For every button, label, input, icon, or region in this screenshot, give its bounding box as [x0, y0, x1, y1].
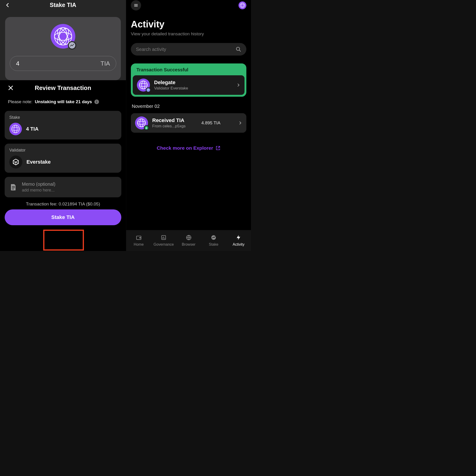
search-icon — [236, 47, 241, 52]
received-amount: 4.895 TIA — [201, 120, 220, 125]
received-badge-icon — [144, 125, 149, 130]
svg-point-13 — [240, 4, 245, 6]
note-bold: Unstaking will take 21 days — [35, 99, 92, 104]
stake-confirm-button[interactable]: Stake TIA — [5, 209, 121, 225]
token-logo-small — [135, 117, 148, 129]
wallet-icon — [136, 235, 142, 240]
validator-block[interactable]: Validator Everstake — [5, 144, 121, 173]
stake-screen: Stake TIA 4 — [0, 0, 126, 251]
stake-button-label: Stake TIA — [51, 214, 75, 220]
nav-governance-label: Governance — [154, 242, 174, 247]
unstaking-note: Please note: Unstaking will take 21 days… — [5, 96, 121, 107]
chevron-left-icon — [5, 2, 10, 8]
memo-placeholder: add memo here... — [22, 188, 55, 193]
activity-topbar — [126, 0, 251, 11]
success-banner-label: Transaction Successful — [131, 64, 246, 75]
date-header: November 02 — [131, 104, 246, 109]
chevron-right-icon — [238, 121, 242, 125]
svg-point-5 — [12, 125, 19, 133]
close-button[interactable] — [8, 85, 14, 91]
svg-point-20 — [137, 121, 146, 125]
stake-nav-icon — [211, 235, 217, 240]
page-title: Stake TIA — [50, 2, 76, 8]
fee-line: Transaction fee: 0.021894 TIA ($0.05) — [5, 202, 121, 207]
stake-header: Stake TIA — [0, 0, 126, 10]
svg-point-7 — [14, 125, 17, 133]
validator-name: Everstake — [27, 159, 51, 165]
svg-rect-23 — [139, 237, 141, 238]
stake-amount-input[interactable]: 4 TIA — [10, 56, 116, 71]
sheet-title: Review Transaction — [35, 84, 91, 92]
explorer-link-label: Check more on Explorer — [157, 145, 213, 151]
token-logo-small — [137, 79, 150, 92]
highlight-annotation — [43, 230, 84, 251]
svg-point-16 — [139, 81, 147, 89]
received-subtitle: From celes...p5xgs — [152, 124, 186, 129]
globe-icon — [11, 125, 20, 133]
nav-activity[interactable]: Activity — [226, 230, 251, 251]
stake-summary-block: Stake 4 TIA — [5, 111, 121, 139]
amount-ticker: TIA — [101, 60, 110, 67]
bar-chart-icon — [161, 235, 167, 240]
activity-screen: Activity View your detailed transaction … — [126, 0, 251, 251]
svg-point-19 — [137, 119, 146, 127]
hexagon-icon — [12, 158, 19, 166]
success-banner: Transaction Successful Delegate Validato… — [131, 64, 246, 97]
svg-point-1 — [54, 32, 72, 40]
token-logo — [51, 24, 75, 49]
svg-point-18 — [142, 81, 145, 89]
stake-label: Stake — [9, 115, 117, 120]
token-badge-icon — [68, 41, 76, 50]
nav-governance[interactable]: Governance — [151, 230, 176, 251]
nav-home[interactable]: Home — [126, 230, 151, 251]
svg-rect-11 — [12, 189, 14, 189]
received-title: Received TIA — [152, 117, 186, 123]
memo-title: Memo (optional) — [22, 182, 55, 187]
svg-point-21 — [140, 119, 143, 127]
bolt-icon — [236, 235, 241, 240]
globe-icon — [240, 2, 245, 8]
close-icon — [8, 85, 14, 91]
explorer-link[interactable]: Check more on Explorer — [131, 145, 246, 151]
stake-top-area: Stake TIA 4 — [0, 0, 126, 80]
external-link-icon — [215, 146, 221, 151]
stake-input-card: 4 TIA — [5, 17, 121, 80]
delegate-row[interactable]: Delegate Validator Everstake — [133, 75, 244, 95]
amount-value: 4 — [16, 60, 19, 67]
memo-input[interactable]: Memo (optional) add memo here... — [5, 177, 121, 197]
search-placeholder: Search activity — [136, 47, 166, 52]
svg-rect-9 — [12, 186, 15, 187]
stake-value: 4 TIA — [26, 126, 39, 132]
svg-point-17 — [139, 84, 147, 87]
chevron-right-icon — [237, 83, 240, 87]
validator-label: Validator — [9, 148, 117, 153]
svg-rect-10 — [12, 187, 15, 188]
nav-activity-label: Activity — [233, 242, 244, 247]
activity-title: Activity — [131, 19, 246, 30]
info-icon[interactable]: i — [94, 100, 99, 104]
note-prefix: Please note: — [8, 99, 33, 104]
bottom-nav: Home Governance Browser Stake Activity — [126, 230, 251, 251]
nav-stake-label: Stake — [209, 242, 218, 247]
delegate-subtitle: Validator Everstake — [154, 86, 188, 91]
nav-home-label: Home — [134, 242, 144, 247]
document-icon — [9, 183, 17, 191]
back-button[interactable] — [5, 2, 10, 8]
menu-button[interactable] — [131, 0, 141, 10]
svg-point-12 — [240, 3, 245, 8]
validator-icon — [9, 155, 22, 169]
delegate-badge-icon — [146, 87, 151, 92]
nav-browser[interactable]: Browser — [176, 230, 201, 251]
received-row[interactable]: Received TIA From celes...p5xgs 4.895 TI… — [131, 113, 246, 133]
hamburger-icon — [134, 3, 138, 8]
svg-point-14 — [241, 3, 244, 8]
nav-browser-label: Browser — [182, 242, 195, 247]
app-logo[interactable] — [238, 1, 246, 9]
review-sheet: Review Transaction Please note: Unstakin… — [0, 80, 126, 251]
activity-subtitle: View your detailed transaction history — [131, 31, 246, 36]
globe-nav-icon — [186, 235, 192, 240]
token-logo-small — [9, 123, 22, 135]
svg-point-6 — [12, 127, 19, 131]
search-input[interactable]: Search activity — [131, 43, 246, 55]
nav-stake[interactable]: Stake — [201, 230, 226, 251]
